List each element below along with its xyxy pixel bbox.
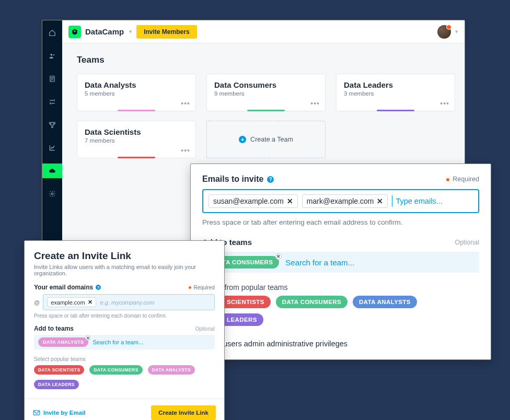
chevron-down-icon: ▾ xyxy=(455,28,458,35)
remove-icon[interactable]: ✕ xyxy=(88,299,92,306)
domain-chip[interactable]: example.com ✕ xyxy=(47,297,96,307)
topbar: DataCamp ▾ Invite Members ▾ xyxy=(62,20,465,43)
team-accent xyxy=(118,157,155,158)
team-pill[interactable]: DATA ANALYSTS xyxy=(148,365,195,375)
remove-icon[interactable]: ✕ xyxy=(85,335,90,341)
nav-users[interactable] xyxy=(42,49,62,63)
at-symbol: @ xyxy=(34,299,40,306)
required-label: Required xyxy=(446,176,479,183)
pill-label: DATA CONSUMERS xyxy=(282,299,341,305)
svg-point-3 xyxy=(51,193,53,195)
email-hint: Press space or tab after entering each e… xyxy=(202,218,479,226)
email-input[interactable] xyxy=(392,195,473,207)
team-pill[interactable]: DATA ANALYSTS xyxy=(353,296,417,308)
mail-icon xyxy=(33,410,40,416)
popular-teams-title: Select popular teams xyxy=(34,356,215,362)
more-icon[interactable]: ••• xyxy=(310,99,320,108)
users-icon xyxy=(49,52,56,60)
team-search-input[interactable] xyxy=(92,339,165,345)
modal-footer: Invite by Email Create Invite Link xyxy=(25,399,224,420)
invite-members-button[interactable]: Invite Members xyxy=(136,25,196,39)
domains-title-text: Your email domains xyxy=(34,284,93,291)
pill-label: DATA CONSUMERS xyxy=(94,367,138,372)
trophy-icon xyxy=(49,121,56,129)
team-members: 5 members xyxy=(85,90,188,97)
info-icon[interactable]: ? xyxy=(267,176,274,183)
team-name: Data Consumers xyxy=(214,80,318,89)
pill-label: DATA SCIENTISTS xyxy=(38,367,80,372)
pill-label: DATA ANALYSTS xyxy=(43,340,84,345)
remove-icon[interactable]: ✕ xyxy=(287,197,293,205)
team-pill[interactable]: DATA CONSUMERS xyxy=(276,296,347,308)
user-menu[interactable]: ▾ xyxy=(437,25,458,39)
cloud-icon xyxy=(49,167,56,174)
optional-label: Optional xyxy=(455,239,479,246)
required-label: Required xyxy=(189,285,215,290)
org-name[interactable]: DataCamp xyxy=(85,27,124,36)
nav-leaderboard[interactable] xyxy=(42,118,62,132)
email-chip[interactable]: mark@example.com ✕ xyxy=(302,194,388,208)
invite-link-title: Create an Invite Link xyxy=(34,250,215,262)
team-card[interactable]: Data Analysts 5 members ••• xyxy=(77,74,196,111)
create-team-button[interactable]: + Create a Team xyxy=(206,121,326,158)
remove-icon[interactable]: ✕ xyxy=(275,253,282,260)
popular-team-row: DATA SCIENTISTS DATA CONSUMERS DATA ANAL… xyxy=(202,296,479,326)
more-icon[interactable]: ••• xyxy=(181,146,190,155)
add-teams-title: Add to teams xyxy=(34,325,74,332)
chip-text: example.com xyxy=(51,299,85,306)
pill-label: DATA ANALYSTS xyxy=(359,299,411,305)
nav-settings[interactable] xyxy=(42,186,62,201)
home-icon xyxy=(49,29,56,37)
team-members: 9 members xyxy=(214,90,318,97)
nav-content[interactable] xyxy=(42,72,62,86)
domain-input[interactable] xyxy=(100,299,211,306)
nav-tracks[interactable] xyxy=(42,95,62,109)
svg-point-1 xyxy=(53,54,54,55)
more-icon[interactable]: ••• xyxy=(181,99,190,108)
tracks-icon xyxy=(49,98,56,106)
pill-label: DATA ANALYSTS xyxy=(152,367,191,372)
team-members: 3 members xyxy=(344,90,447,97)
team-accent xyxy=(118,110,155,111)
team-pill[interactable]: DATA CONSUMERS xyxy=(89,365,142,375)
team-name: Data Leaders xyxy=(344,80,447,89)
emails-title-text: Emails to invite xyxy=(202,174,263,184)
popular-team-row: DATA SCIENTISTS DATA CONSUMERS DATA ANAL… xyxy=(34,365,215,389)
create-invite-link-button[interactable]: Create Invite Link xyxy=(151,405,216,420)
remove-icon[interactable]: ✕ xyxy=(377,197,383,205)
selected-team-pill[interactable]: DATA ANALYSTS ✕ xyxy=(38,337,88,347)
nav-teams[interactable] xyxy=(42,164,62,178)
invite-link-desc: Invite Links allow users with a matching… xyxy=(34,264,215,276)
chip-text: mark@example.com xyxy=(307,197,374,205)
popular-teams-title: Select from popular teams xyxy=(202,283,479,291)
page-title: Teams xyxy=(77,55,450,65)
team-select-box[interactable]: DATA CONSUMERS ✕ xyxy=(202,252,479,273)
domain-chipbox[interactable]: example.com ✕ xyxy=(43,294,215,310)
team-search-input[interactable] xyxy=(285,258,385,267)
info-icon[interactable]: ? xyxy=(96,285,101,290)
emails-title: Emails to invite ? xyxy=(202,174,274,184)
chart-icon xyxy=(49,144,56,151)
team-card[interactable]: Data Consumers 9 members ••• xyxy=(206,74,326,111)
team-accent xyxy=(377,110,414,111)
team-pill[interactable]: DATA SCIENTISTS xyxy=(34,365,84,375)
more-icon[interactable]: ••• xyxy=(440,99,449,108)
nav-reports[interactable] xyxy=(42,141,62,155)
team-card[interactable]: Data Leaders 3 members ••• xyxy=(336,74,455,111)
invite-by-email-link[interactable]: Invite by Email xyxy=(33,410,86,416)
link-text: Invite by Email xyxy=(43,410,86,416)
email-chipbox[interactable]: susan@example.com ✕ mark@example.com ✕ xyxy=(202,189,479,213)
gear-icon xyxy=(49,190,56,197)
optional-label: Optional xyxy=(195,326,215,332)
team-card[interactable]: Data Scientists 7 members ••• xyxy=(77,121,196,158)
team-pill[interactable]: DATA LEADERS xyxy=(34,380,79,389)
create-team-label: Create a Team xyxy=(250,136,293,143)
domain-hint: Press space or tab after entering each d… xyxy=(34,313,215,319)
team-grid: Data Analysts 5 members ••• Data Consume… xyxy=(77,74,450,158)
chevron-down-icon[interactable]: ▾ xyxy=(129,28,132,35)
nav-home[interactable] xyxy=(42,26,62,40)
team-accent xyxy=(247,110,285,111)
email-chip[interactable]: susan@example.com ✕ xyxy=(208,194,298,208)
avatar xyxy=(437,25,451,39)
team-select-box[interactable]: DATA ANALYSTS ✕ xyxy=(34,335,215,349)
